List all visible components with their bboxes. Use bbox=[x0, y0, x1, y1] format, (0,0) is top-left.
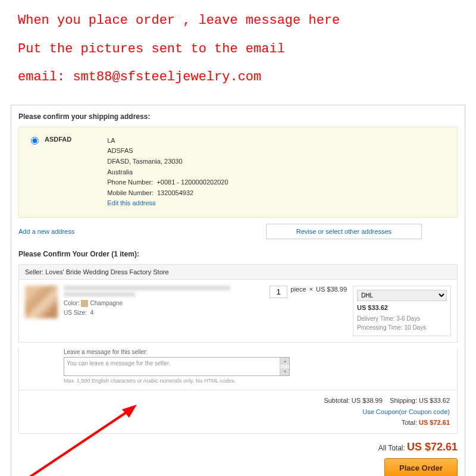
total-row: Total: US $72.61 bbox=[26, 417, 450, 428]
all-total-amount: US $72.61 bbox=[407, 441, 458, 453]
order-body: Color: Champagne US Size: 4 piece × US $… bbox=[18, 280, 458, 343]
seller-bar: Seller: Loves' Bride Wedding Dress Facto… bbox=[18, 264, 458, 280]
address-selector[interactable]: ASDFAD bbox=[31, 136, 71, 209]
shipping-title: Please confirm your shipping address: bbox=[18, 112, 458, 121]
message-label: Leave a message for this seller: bbox=[64, 349, 290, 355]
order-section: Please Confirm Your Order (1 item): Sell… bbox=[18, 250, 458, 434]
address-mobile: Mobile Number: 1320054932 bbox=[107, 188, 228, 199]
mult-icon: × bbox=[309, 286, 313, 293]
quantity-input[interactable] bbox=[270, 286, 287, 298]
instruction-line-3: email: smt88@sfsteeljewelry.com bbox=[18, 65, 458, 89]
instruction-overlay: When you place order , leave message her… bbox=[0, 0, 476, 100]
instruction-line-1: When you place order , leave message her… bbox=[18, 9, 458, 33]
shipping-column: DHL US $33.62 Delivery Time: 3-6 Days Pr… bbox=[353, 286, 451, 336]
delivery-time: Delivery Time: 3-6 Days bbox=[357, 314, 447, 323]
product-thumbnail[interactable] bbox=[25, 286, 58, 318]
message-area: Leave a message for this seller: You can… bbox=[64, 349, 290, 384]
all-total-label: All Total: bbox=[378, 444, 405, 452]
shipping-price: US $33.62 bbox=[357, 304, 447, 311]
product-title-blurred bbox=[64, 286, 230, 290]
add-address-link[interactable]: Add a new address bbox=[18, 228, 266, 235]
address-actions: Add a new address Revise or select other… bbox=[18, 224, 458, 239]
scroll-down-icon[interactable]: ▾ bbox=[280, 368, 289, 375]
product-color: Color: Champagne bbox=[64, 299, 230, 308]
order-totals: Subtotal: US $38.99 Shipping: US $33.62 … bbox=[18, 390, 458, 434]
instruction-line-2: Put the pictures sent to the email bbox=[18, 37, 458, 61]
address-line3: DFASD, Tasmania, 23030 bbox=[107, 156, 228, 167]
address-country: Australia bbox=[107, 167, 228, 178]
scroll-up-icon[interactable]: ▴ bbox=[280, 358, 289, 365]
address-radio[interactable] bbox=[31, 137, 39, 145]
shipping-method-select[interactable]: DHL bbox=[357, 290, 447, 301]
product-column: Color: Champagne US Size: 4 bbox=[25, 286, 258, 336]
unit-label: piece bbox=[290, 286, 306, 293]
address-details: LA ADSFAS DFASD, Tasmania, 23030 Austral… bbox=[107, 136, 228, 209]
processing-time: Processing Time: 10 Days bbox=[357, 323, 447, 332]
message-row: Leave a message for this seller: You can… bbox=[18, 349, 458, 390]
coupon-link[interactable]: Use Coupon(or Coupon code) bbox=[26, 406, 450, 418]
quantity-column: piece × US $38.99 bbox=[270, 286, 347, 336]
revise-address-button[interactable]: Revise or select other addresses bbox=[266, 224, 422, 239]
place-order-button[interactable]: Place Order bbox=[384, 458, 458, 476]
message-input[interactable]: You can leave a message for the seller. … bbox=[64, 357, 290, 376]
product-title-blurred-2 bbox=[64, 292, 135, 297]
product-size: US Size: 4 bbox=[64, 308, 230, 318]
unit-price: US $38.99 bbox=[316, 286, 347, 293]
address-city: LA bbox=[107, 136, 228, 146]
address-line2: ADSFAS bbox=[107, 146, 228, 156]
message-scrollbar[interactable]: ▴▾ bbox=[280, 358, 289, 375]
product-info: Color: Champagne US Size: 4 bbox=[64, 286, 230, 336]
address-name: ASDFAD bbox=[45, 136, 71, 143]
order-title: Please Confirm Your Order (1 item): bbox=[18, 250, 458, 258]
color-swatch bbox=[81, 300, 88, 307]
address-phone: Phone Number: +0081 - 1200000202020 bbox=[107, 177, 228, 188]
checkout-panel: Please confirm your shipping address: AS… bbox=[11, 105, 465, 476]
edit-address-link[interactable]: Edit this address bbox=[107, 198, 228, 209]
message-placeholder: You can leave a message for the seller. bbox=[67, 360, 170, 367]
subtotal-row: Subtotal: US $38.99 Shipping: US $33.62 bbox=[26, 395, 450, 406]
address-box: ASDFAD LA ADSFAS DFASD, Tasmania, 23030 … bbox=[18, 127, 458, 218]
grand-total-row: All Total: US $72.61 Place Order bbox=[18, 441, 458, 476]
message-note: Max. 1,500 English characters or Arabic … bbox=[64, 378, 290, 384]
